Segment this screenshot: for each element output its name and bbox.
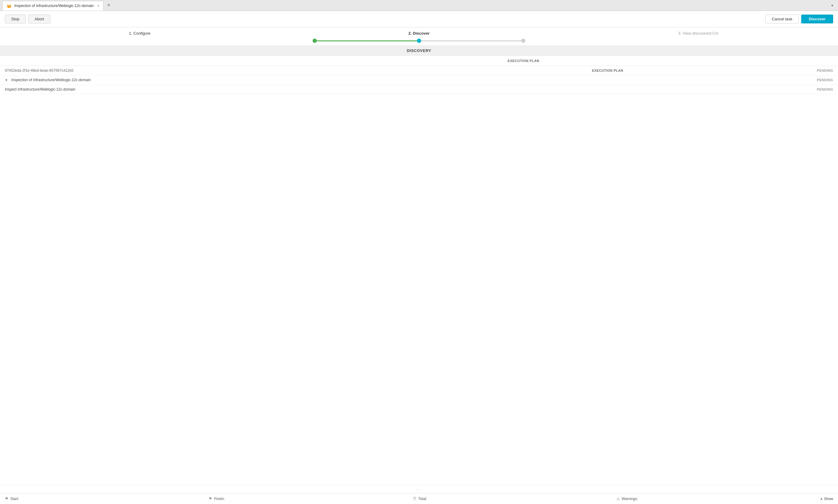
start-label: Start:	[10, 497, 19, 501]
resize-dots: ...	[416, 487, 422, 491]
show-button[interactable]: ∧ Show	[820, 497, 833, 501]
active-tab[interactable]: Inspection of Infrastructure/Weblogic-12…	[2, 1, 103, 11]
svg-point-5	[8, 6, 8, 6]
tab-chevron-icon[interactable]: ▾	[829, 2, 836, 9]
row-inspection-cell: ▼ Inspection of Infrastructure/Weblogic-…	[0, 75, 503, 85]
warnings-label: Warnings:	[622, 497, 638, 501]
step-view-label: 3. View discovered CIs	[678, 31, 718, 36]
start-item: ⚑ Start:	[5, 497, 209, 501]
expand-icon[interactable]: ▼	[5, 78, 8, 82]
col-status-header	[712, 56, 838, 66]
show-label: Show	[824, 497, 833, 501]
warnings-icon: ⚠	[616, 497, 620, 501]
table-row: Inspect Infrastructure/Weblogic-12c-doma…	[0, 85, 838, 94]
stop-button[interactable]: Stop	[5, 15, 26, 23]
start-icon: ⚑	[5, 497, 8, 501]
abort-button[interactable]: Abort	[28, 15, 51, 23]
step-view: 3. View discovered CIs	[558, 31, 838, 39]
svg-marker-1	[7, 4, 8, 6]
row-inspection-plan	[503, 75, 712, 85]
col-plan-header: EXECUTION PLAN	[503, 56, 712, 66]
finish-label: Finish:	[214, 497, 225, 501]
total-label: Total:	[418, 497, 427, 501]
row-inspect-cell: Inspect Infrastructure/Weblogic-12c-doma…	[0, 85, 503, 94]
table-row: 97452eda-2f1e-48ed-beae-857697c412e5 EXE…	[0, 66, 838, 75]
svg-point-6	[10, 6, 10, 6]
discover-button[interactable]: Discover	[801, 15, 833, 23]
table-header-row: EXECUTION PLAN	[0, 56, 838, 66]
app-icon	[6, 4, 12, 8]
discovery-table: EXECUTION PLAN 97452eda-2f1e-48ed-beae-8…	[0, 56, 838, 94]
col-id-header	[0, 56, 503, 66]
table-row: ▼ Inspection of Infrastructure/Weblogic-…	[0, 75, 838, 85]
new-tab-button[interactable]: +	[105, 1, 113, 10]
toolbar: Stop Abort Cancel task Discover	[0, 11, 838, 28]
step-3-dot	[521, 39, 525, 43]
line-2-3	[421, 40, 521, 41]
bottom-bar: ⚑ Start: ⚑ Finish: ⏱ Total: ⚠ Warnings: …	[0, 493, 838, 504]
step-discover: 2. Discover	[280, 31, 559, 39]
row-status-cell: PENDING	[712, 66, 838, 75]
svg-marker-2	[10, 4, 11, 6]
resize-handle[interactable]: ...	[0, 485, 838, 493]
step-1-dot	[313, 39, 317, 43]
discovery-section: DISCOVERY EXECUTION PLAN 97452eda-2f1e-4…	[0, 43, 838, 485]
total-item: ⏱ Total:	[413, 497, 616, 501]
main-content: Stop Abort Cancel task Discover 1. Confi…	[0, 11, 838, 504]
content-area: EXECUTION PLAN 97452eda-2f1e-48ed-beae-8…	[0, 56, 838, 485]
tab-bar: Inspection of Infrastructure/Weblogic-12…	[0, 0, 838, 11]
row-inspection-status: PENDING	[712, 75, 838, 85]
row-plan-cell: EXECUTION PLAN	[503, 66, 712, 75]
tab-close-button[interactable]: ×	[97, 4, 99, 7]
show-chevron-icon: ∧	[820, 497, 823, 501]
discovery-header: DISCOVERY	[0, 45, 838, 56]
row-inspect-status: PENDING	[712, 85, 838, 94]
line-1-2	[317, 40, 417, 41]
finish-icon: ⚑	[209, 497, 212, 501]
progress-connector	[313, 39, 525, 43]
steps-row: 1. Configure 2. Discover 3. View discove…	[0, 28, 838, 39]
row-id-cell: 97452eda-2f1e-48ed-beae-857697c412e5	[0, 66, 503, 75]
cancel-task-button[interactable]: Cancel task	[765, 15, 799, 23]
warnings-item: ⚠ Warnings:	[616, 497, 820, 501]
total-icon: ⏱	[413, 497, 416, 501]
step-configure: 1. Configure	[0, 31, 280, 39]
finish-item: ⚑ Finish:	[209, 497, 412, 501]
tab-title: Inspection of Infrastructure/Weblogic-12…	[14, 4, 94, 8]
step-2-dot	[417, 39, 421, 43]
step-configure-label: 1. Configure	[129, 31, 150, 36]
row-inspect-plan	[503, 85, 712, 94]
step-discover-label: 2. Discover	[408, 31, 429, 36]
